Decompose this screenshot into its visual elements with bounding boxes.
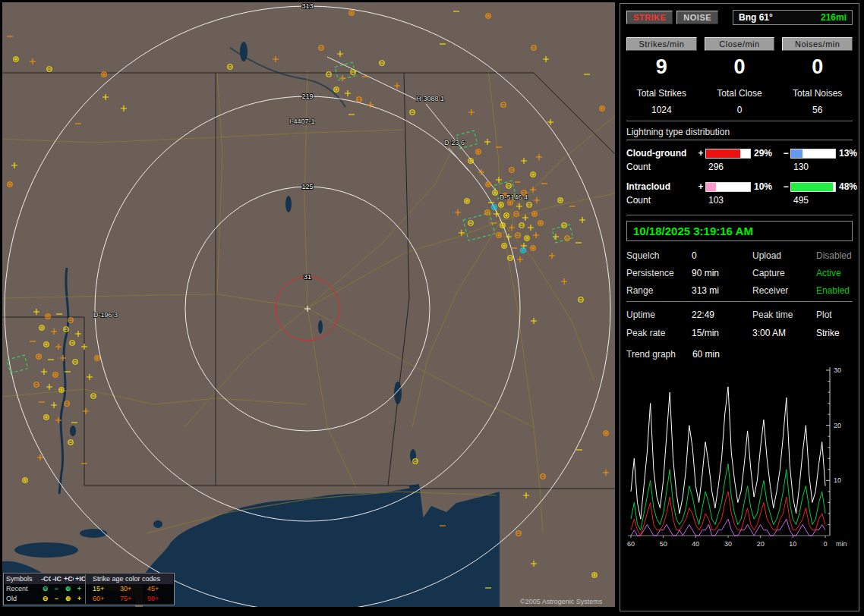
strikes-per-min-value: 9 [626,55,697,79]
datetime-box: 10/18/2025 3:19:16 AM [626,221,853,241]
plus-sign: + [696,148,705,159]
range-value: 313 mi [692,285,752,296]
total-strikes-value: 1024 [626,105,697,115]
legend-symbol: + [74,584,85,594]
stats-grid: Uptime 22:49 Peak time Plot Peak rate 15… [626,310,853,338]
close-per-min-button[interactable]: Close/min [705,37,775,51]
peak-time-value: 3:00 AM [752,328,816,338]
squelch-value: 0 [692,250,752,261]
status-grid: Squelch 0 Upload Disabled Persistence 90… [626,250,853,296]
svg-text:40: 40 [692,540,699,548]
receiver-label: Receiver [752,285,816,296]
trend-graph-label: Trend graph [626,349,676,360]
legend-header: -CG [39,574,51,584]
map-legend: Symbols-CG-IC+CG+ICStrike age color code… [3,573,175,605]
svg-text:125: 125 [301,183,313,190]
svg-text:min: min [836,540,847,548]
legend-row-label: Old [5,594,39,604]
copyright: ©2005 Astrogenic Systems [520,598,602,605]
control-panel: STRIKE NOISE Bng 61° 216mi Strikes/min C… [620,3,859,611]
plus-sign: + [696,181,705,192]
legend-symbol: − [51,594,62,604]
noises-per-min-value: 0 [782,55,853,79]
cg-minus-bar [790,149,836,159]
count-label: Count [626,162,696,172]
plot-label: Plot [816,310,853,320]
cg-minus-percent: 13% [836,148,862,159]
capture-value: Active [816,268,853,278]
noises-per-min-button[interactable]: Noises/min [782,37,853,51]
bearing-display: Bng 61° 216mi [733,10,853,25]
legend-header: -IC [51,574,62,584]
persistence-value: 90 min [692,268,752,278]
legend-age-code: 90+ [146,594,173,604]
peak-time-label: Peak time [752,310,816,320]
legend-symbol: ⊕ [62,594,74,604]
strike-toggle-button[interactable]: STRIKE [626,11,673,24]
legend-header: +CG [62,574,74,584]
map-canvas[interactable]: 31321912531H-3088 1I-4407-1D-23 6D-5146 … [2,2,615,607]
noise-toggle-button[interactable]: NOISE [676,11,718,24]
total-strikes: Total Strikes 1024 [626,88,697,115]
cg-plus-percent: 29% [751,148,781,159]
lightning-map[interactable]: 31321912531H-3088 1I-4407-1D-23 6D-5146 … [2,2,615,607]
uptime-label: Uptime [626,310,692,320]
trend-graph: 1020306050403020100min [626,363,854,554]
svg-text:10: 10 [789,540,796,548]
legend-symbol: − [51,584,62,594]
total-close: Total Close 0 [705,88,775,115]
svg-text:10: 10 [834,476,841,484]
total-noises-value: 56 [782,105,853,115]
legend-age-code: 75+ [118,594,146,604]
total-close-label: Total Close [705,88,775,99]
ic-plus-count: 103 [696,195,781,206]
svg-text:31: 31 [304,273,311,281]
ic-plus-bar [705,182,751,192]
svg-text:50: 50 [660,540,667,548]
cloud-ground-label: Cloud-ground [626,148,696,159]
distance-value: 216mi [821,12,847,23]
legend-age-code: 15+ [91,584,118,594]
distribution-title: Lightning type distribution [626,127,853,140]
svg-text:219: 219 [301,93,313,100]
legend-age-header: Strike age color codes [91,574,173,584]
legend-symbol: ⊖ [39,584,51,594]
peak-rate-value: 15/min [692,328,752,338]
svg-text:H-3088 1: H-3088 1 [416,95,444,102]
peak-rate-label: Peak rate [626,328,692,338]
capture-label: Capture [752,268,816,278]
svg-text:30: 30 [834,366,841,374]
minus-sign: − [781,148,790,159]
upload-value: Disabled [816,250,853,261]
cg-minus-count: 130 [781,162,862,172]
svg-text:D-23 6: D-23 6 [444,139,465,146]
ic-minus-bar [790,182,836,192]
bearing-value: Bng 61° [739,12,773,23]
range-label: Range [626,285,692,296]
cg-plus-bar [705,149,751,159]
svg-text:0: 0 [823,540,827,548]
plot-value: Strike [816,328,853,338]
legend-row-label: Recent [5,584,39,594]
trend-window-value: 60 min [692,349,720,360]
total-noises-label: Total Noises [782,88,853,99]
ic-minus-percent: 48% [836,181,862,192]
count-label: Count [626,195,696,206]
persistence-label: Persistence [626,268,692,278]
squelch-label: Squelch [626,250,692,261]
strikes-per-min-button[interactable]: Strikes/min [626,37,697,51]
ic-minus-count: 495 [781,195,862,206]
cloud-ground-row: Cloud-ground + 29% − 13% [626,148,853,159]
uptime-value: 22:49 [692,310,752,320]
total-noises: Total Noises 56 [782,88,853,115]
legend-header: Symbols [5,574,39,584]
receiver-value: Enabled [816,285,853,296]
svg-text:20: 20 [834,422,841,429]
svg-text:D-196 3: D-196 3 [93,311,118,319]
cg-plus-count: 296 [696,162,781,172]
svg-text:30: 30 [724,540,732,548]
legend-age-code: 60+ [91,594,118,604]
upload-label: Upload [752,250,816,261]
legend-header: +IC [74,574,85,584]
total-close-value: 0 [705,105,775,115]
